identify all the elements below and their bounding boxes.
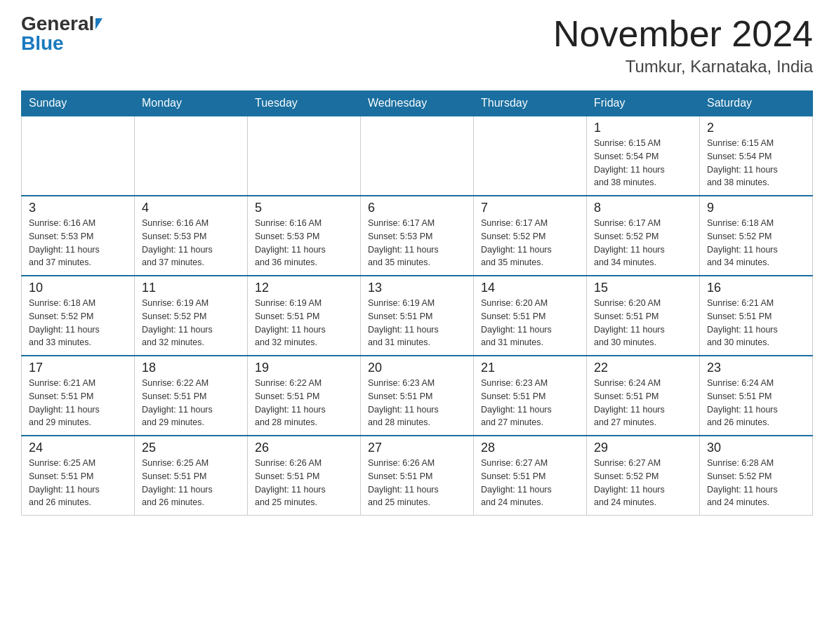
weekday-header-saturday: Saturday [700,91,813,116]
day-number: 30 [707,441,805,455]
calendar-cell: 28Sunrise: 6:27 AM Sunset: 5:51 PM Dayli… [474,436,587,516]
day-info: Sunrise: 6:26 AM Sunset: 5:51 PM Dayligh… [255,457,353,509]
day-number: 12 [255,281,353,295]
day-info: Sunrise: 6:23 AM Sunset: 5:51 PM Dayligh… [368,377,466,429]
week-row-3: 10Sunrise: 6:18 AM Sunset: 5:52 PM Dayli… [22,276,813,356]
day-number: 11 [142,281,240,295]
calendar-cell: 27Sunrise: 6:26 AM Sunset: 5:51 PM Dayli… [361,436,474,516]
day-info: Sunrise: 6:19 AM Sunset: 5:51 PM Dayligh… [368,297,466,349]
day-info: Sunrise: 6:26 AM Sunset: 5:51 PM Dayligh… [368,457,466,509]
calendar-table: SundayMondayTuesdayWednesdayThursdayFrid… [21,90,813,516]
day-number: 21 [481,361,579,375]
calendar-cell: 8Sunrise: 6:17 AM Sunset: 5:52 PM Daylig… [587,196,700,276]
weekday-header-monday: Monday [135,91,248,116]
calendar-header: SundayMondayTuesdayWednesdayThursdayFrid… [22,91,813,116]
day-info: Sunrise: 6:24 AM Sunset: 5:51 PM Dayligh… [707,377,805,429]
day-info: Sunrise: 6:16 AM Sunset: 5:53 PM Dayligh… [142,217,240,269]
day-info: Sunrise: 6:23 AM Sunset: 5:51 PM Dayligh… [481,377,579,429]
calendar-cell: 19Sunrise: 6:22 AM Sunset: 5:51 PM Dayli… [248,356,361,436]
location-title: Tumkur, Karnataka, India [553,57,813,76]
day-number: 26 [255,441,353,455]
day-info: Sunrise: 6:22 AM Sunset: 5:51 PM Dayligh… [142,377,240,429]
day-number: 18 [142,361,240,375]
day-number: 10 [29,281,127,295]
calendar-cell: 13Sunrise: 6:19 AM Sunset: 5:51 PM Dayli… [361,276,474,356]
weekday-header-sunday: Sunday [22,91,135,116]
calendar-cell: 2Sunrise: 6:15 AM Sunset: 5:54 PM Daylig… [700,116,813,196]
calendar-cell: 17Sunrise: 6:21 AM Sunset: 5:51 PM Dayli… [22,356,135,436]
day-info: Sunrise: 6:22 AM Sunset: 5:51 PM Dayligh… [255,377,353,429]
day-info: Sunrise: 6:21 AM Sunset: 5:51 PM Dayligh… [29,377,127,429]
calendar-cell: 20Sunrise: 6:23 AM Sunset: 5:51 PM Dayli… [361,356,474,436]
logo-triangle-icon [95,18,102,29]
day-number: 1 [594,121,692,135]
day-number: 27 [368,441,466,455]
calendar-cell: 1Sunrise: 6:15 AM Sunset: 5:54 PM Daylig… [587,116,700,196]
day-number: 3 [29,201,127,215]
day-number: 19 [255,361,353,375]
day-number: 28 [481,441,579,455]
day-info: Sunrise: 6:15 AM Sunset: 5:54 PM Dayligh… [707,137,805,189]
day-info: Sunrise: 6:20 AM Sunset: 5:51 PM Dayligh… [594,297,692,349]
day-info: Sunrise: 6:24 AM Sunset: 5:51 PM Dayligh… [594,377,692,429]
page-header: General Blue November 2024 Tumkur, Karna… [21,14,813,76]
logo-general-text: General [21,14,94,34]
calendar-cell: 30Sunrise: 6:28 AM Sunset: 5:52 PM Dayli… [700,436,813,516]
day-number: 25 [142,441,240,455]
day-number: 29 [594,441,692,455]
calendar-cell: 3Sunrise: 6:16 AM Sunset: 5:53 PM Daylig… [22,196,135,276]
day-number: 17 [29,361,127,375]
calendar-cell: 5Sunrise: 6:16 AM Sunset: 5:53 PM Daylig… [248,196,361,276]
calendar-body: 1Sunrise: 6:15 AM Sunset: 5:54 PM Daylig… [22,116,813,516]
calendar-cell: 6Sunrise: 6:17 AM Sunset: 5:53 PM Daylig… [361,196,474,276]
calendar-cell: 7Sunrise: 6:17 AM Sunset: 5:52 PM Daylig… [474,196,587,276]
day-info: Sunrise: 6:16 AM Sunset: 5:53 PM Dayligh… [29,217,127,269]
logo-blue-text: Blue [21,34,64,53]
day-info: Sunrise: 6:17 AM Sunset: 5:52 PM Dayligh… [481,217,579,269]
logo: General Blue [21,14,102,53]
weekday-header-tuesday: Tuesday [248,91,361,116]
weekday-header-friday: Friday [587,91,700,116]
day-number: 5 [255,201,353,215]
day-number: 6 [368,201,466,215]
calendar-cell: 18Sunrise: 6:22 AM Sunset: 5:51 PM Dayli… [135,356,248,436]
calendar-cell: 26Sunrise: 6:26 AM Sunset: 5:51 PM Dayli… [248,436,361,516]
calendar-cell: 22Sunrise: 6:24 AM Sunset: 5:51 PM Dayli… [587,356,700,436]
day-info: Sunrise: 6:15 AM Sunset: 5:54 PM Dayligh… [594,137,692,189]
day-info: Sunrise: 6:25 AM Sunset: 5:51 PM Dayligh… [29,457,127,509]
calendar-cell [135,116,248,196]
day-number: 8 [594,201,692,215]
day-info: Sunrise: 6:16 AM Sunset: 5:53 PM Dayligh… [255,217,353,269]
week-row-1: 1Sunrise: 6:15 AM Sunset: 5:54 PM Daylig… [22,116,813,196]
week-row-4: 17Sunrise: 6:21 AM Sunset: 5:51 PM Dayli… [22,356,813,436]
calendar-cell: 11Sunrise: 6:19 AM Sunset: 5:52 PM Dayli… [135,276,248,356]
weekday-header-wednesday: Wednesday [361,91,474,116]
day-info: Sunrise: 6:18 AM Sunset: 5:52 PM Dayligh… [29,297,127,349]
day-info: Sunrise: 6:19 AM Sunset: 5:51 PM Dayligh… [255,297,353,349]
calendar-cell: 16Sunrise: 6:21 AM Sunset: 5:51 PM Dayli… [700,276,813,356]
calendar-cell [361,116,474,196]
day-info: Sunrise: 6:20 AM Sunset: 5:51 PM Dayligh… [481,297,579,349]
calendar-cell [474,116,587,196]
day-number: 20 [368,361,466,375]
day-info: Sunrise: 6:27 AM Sunset: 5:52 PM Dayligh… [594,457,692,509]
weekday-header-thursday: Thursday [474,91,587,116]
calendar-cell: 14Sunrise: 6:20 AM Sunset: 5:51 PM Dayli… [474,276,587,356]
day-number: 2 [707,121,805,135]
calendar-cell: 4Sunrise: 6:16 AM Sunset: 5:53 PM Daylig… [135,196,248,276]
calendar-cell: 15Sunrise: 6:20 AM Sunset: 5:51 PM Dayli… [587,276,700,356]
day-info: Sunrise: 6:19 AM Sunset: 5:52 PM Dayligh… [142,297,240,349]
calendar-cell: 10Sunrise: 6:18 AM Sunset: 5:52 PM Dayli… [22,276,135,356]
weekday-row: SundayMondayTuesdayWednesdayThursdayFrid… [22,91,813,116]
title-area: November 2024 Tumkur, Karnataka, India [553,14,813,76]
month-title: November 2024 [553,14,813,54]
day-number: 24 [29,441,127,455]
week-row-5: 24Sunrise: 6:25 AM Sunset: 5:51 PM Dayli… [22,436,813,516]
calendar-cell: 29Sunrise: 6:27 AM Sunset: 5:52 PM Dayli… [587,436,700,516]
day-info: Sunrise: 6:21 AM Sunset: 5:51 PM Dayligh… [707,297,805,349]
day-info: Sunrise: 6:17 AM Sunset: 5:52 PM Dayligh… [594,217,692,269]
day-number: 4 [142,201,240,215]
calendar-cell: 24Sunrise: 6:25 AM Sunset: 5:51 PM Dayli… [22,436,135,516]
calendar-cell: 21Sunrise: 6:23 AM Sunset: 5:51 PM Dayli… [474,356,587,436]
day-info: Sunrise: 6:27 AM Sunset: 5:51 PM Dayligh… [481,457,579,509]
